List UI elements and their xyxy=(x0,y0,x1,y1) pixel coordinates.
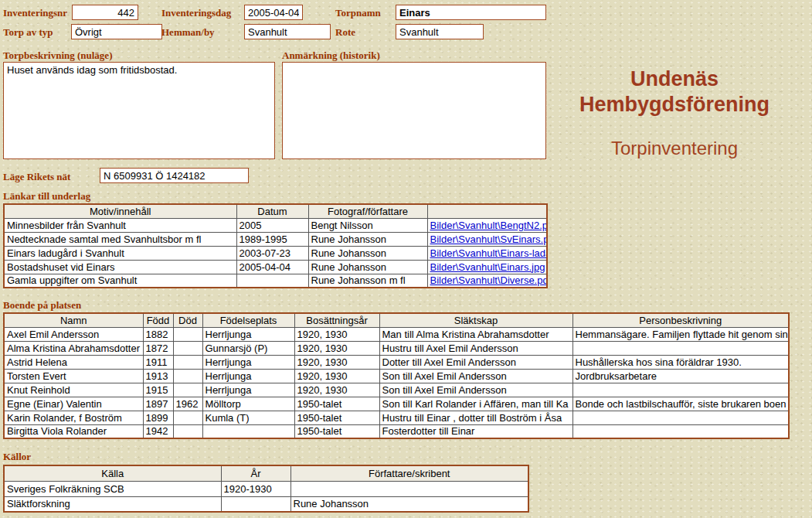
table-cell: 1950-talet xyxy=(294,424,379,438)
table-row: Karin Rolander, f Boström1899Kumla (T)19… xyxy=(4,411,789,424)
column-header: År xyxy=(221,465,290,481)
table-row: Axel Emil Andersson1882Herrljunga1920, 1… xyxy=(4,327,789,341)
lage-rikets-nat-label: Läge Rikets nät xyxy=(3,171,70,183)
table-cell: 1899 xyxy=(143,411,173,424)
links-table-header-row: Motiv/innehållDatumFotograf/författare xyxy=(4,204,547,218)
table-cell: Astrid Helena xyxy=(4,355,143,369)
torpbeskrivning-textarea[interactable]: Huset används idag som fritidsbostad. xyxy=(3,62,275,159)
table-row: Alma Kristina Abrahamsdotter1872Gunnarsj… xyxy=(4,341,789,355)
table-cell: Bilder\Svanhult\Einars-ladan.jpg xyxy=(427,246,547,260)
table-cell: Bilder\Svanhult\Diverse.pdf xyxy=(427,274,547,288)
table-cell: Jordbruksarbetare xyxy=(572,369,789,383)
table-cell xyxy=(173,327,202,341)
table-cell: 1920, 1930 xyxy=(294,341,379,355)
table-cell xyxy=(221,496,290,512)
inventeringsnr-input[interactable] xyxy=(72,5,138,20)
hemman-by-label: Hemman/by xyxy=(161,26,215,39)
table-cell xyxy=(572,411,789,424)
torp-av-typ-label: Torp av typ xyxy=(3,26,53,39)
table-cell: Son till Axel Emil Andersson xyxy=(379,369,572,383)
table-cell: Bilder\Svanhult\BengtN2.pdf xyxy=(427,218,547,232)
table-row: Nedtecknade samtal med Svanhultsbor m fl… xyxy=(4,232,547,246)
table-cell: Bilder\Svanhult\Einars.jpg xyxy=(427,260,547,274)
org-title: Undenäs Hembygdsförening xyxy=(543,66,806,118)
column-header: Född xyxy=(143,313,173,327)
table-cell: 1913 xyxy=(143,369,173,383)
column-header: Släktskap xyxy=(379,313,572,327)
table-cell xyxy=(173,383,202,397)
table-cell xyxy=(173,411,202,424)
table-row: Gamla uppgifter om SvanhultRune Johansso… xyxy=(4,274,547,288)
sources-section-heading: Källor xyxy=(3,451,31,463)
anmarkning-label: Anmärkning (historik) xyxy=(282,49,380,62)
table-cell: Son till Axel Emil Andersson xyxy=(379,383,572,397)
table-cell: 1962 xyxy=(173,397,202,411)
column-header: Död xyxy=(173,313,202,327)
rote-input[interactable] xyxy=(396,24,484,39)
column-header: Personbeskrivning xyxy=(572,313,789,327)
column-header: Datum xyxy=(236,204,308,218)
table-cell: 1920, 1930 xyxy=(294,383,379,397)
table-cell: Herrljunga xyxy=(202,383,294,397)
table-cell: Rune Johansson m fl xyxy=(308,274,427,288)
links-table: Motiv/innehållDatumFotograf/författare M… xyxy=(3,203,548,288)
table-cell: Kumla (T) xyxy=(202,411,294,424)
table-cell: Gamla uppgifter om Svanhult xyxy=(4,274,236,288)
table-cell xyxy=(173,355,202,369)
rote-label: Rote xyxy=(335,26,355,39)
branding-block: Undenäs Hembygdsförening Torpinventering xyxy=(543,66,806,159)
table-cell: Einars ladugård i Svanhult xyxy=(4,246,236,260)
table-row: Bostadshuset vid Einars2005-04-04Rune Jo… xyxy=(4,260,547,274)
residents-table: NamnFöddDödFödelseplatsBosättningsårSläk… xyxy=(3,312,790,439)
table-cell: Rune Johansson xyxy=(308,232,427,246)
document-link[interactable]: Bilder\Svanhult\Einars.jpg xyxy=(430,261,545,273)
anmarkning-textarea[interactable] xyxy=(282,62,546,159)
table-cell: Hemmansägare. Familjen flyttade hit geno… xyxy=(572,327,789,341)
inventeringsdag-input[interactable] xyxy=(244,5,303,20)
table-cell: 1920, 1930 xyxy=(294,369,379,383)
table-cell: Birgitta Viola Rolander xyxy=(4,424,143,438)
table-cell: Sveriges Folkräkning SCB xyxy=(4,481,221,496)
sources-table: KällaÅrFörfattare/skribent Sveriges Folk… xyxy=(3,465,529,513)
table-cell xyxy=(173,369,202,383)
torp-av-typ-input[interactable] xyxy=(71,24,162,39)
table-cell: 2003-07-23 xyxy=(236,246,308,260)
table-cell xyxy=(572,383,789,397)
table-cell: Torsten Evert xyxy=(4,369,143,383)
document-link[interactable]: Bilder\Svanhult\Diverse.pdf xyxy=(430,274,548,286)
table-cell: 1897 xyxy=(143,397,173,411)
table-cell: Herrljunga xyxy=(202,355,294,369)
sources-table-header-row: KällaÅrFörfattare/skribent xyxy=(4,465,528,481)
table-cell xyxy=(572,341,789,355)
table-cell: Bilder\Svanhult\SvEinars.pdf xyxy=(427,232,547,246)
hemman-by-input[interactable] xyxy=(244,24,331,39)
column-header: Författare/skribent xyxy=(290,465,528,481)
torpnamn-input[interactable] xyxy=(396,5,546,20)
table-cell: Son till Karl Rolander i Affären, man ti… xyxy=(379,397,572,411)
table-cell: 1872 xyxy=(143,341,173,355)
table-row: Egne (Einar) Valentin18971962Mölltorp195… xyxy=(4,397,789,411)
table-cell: Mölltorp xyxy=(202,397,294,411)
table-cell: Släktforskning xyxy=(4,496,221,512)
table-cell: 1920, 1930 xyxy=(294,355,379,369)
column-header: Fotograf/författare xyxy=(308,204,427,218)
torpnamn-label: Torpnamn xyxy=(335,7,381,19)
table-cell: Dotter till Axel Emil Andersson xyxy=(379,355,572,369)
table-cell: 2005 xyxy=(236,218,308,232)
table-cell: Axel Emil Andersson xyxy=(4,327,143,341)
org-subtitle: Torpinventering xyxy=(543,138,806,159)
document-link[interactable]: Bilder\Svanhult\Einars-ladan.jpg xyxy=(430,247,548,259)
table-cell: Bonde och lastbilschaufför, siste brukar… xyxy=(572,397,789,411)
column-header: Namn xyxy=(4,313,143,327)
document-link[interactable]: Bilder\Svanhult\SvEinars.pdf xyxy=(430,233,548,245)
column-header: Källa xyxy=(4,465,221,481)
table-cell xyxy=(572,424,789,438)
table-cell: Fosterdotter till Einar xyxy=(379,424,572,438)
table-row: Minnesbilder från Svanhult2005Bengt Nils… xyxy=(4,218,547,232)
table-cell xyxy=(173,341,202,355)
table-cell: 1950-talet xyxy=(294,411,379,424)
lage-rikets-nat-input[interactable] xyxy=(100,168,249,183)
column-header: Födelseplats xyxy=(202,313,294,327)
links-section-heading: Länkar till underlag xyxy=(3,190,90,203)
document-link[interactable]: Bilder\Svanhult\BengtN2.pdf xyxy=(430,220,548,231)
